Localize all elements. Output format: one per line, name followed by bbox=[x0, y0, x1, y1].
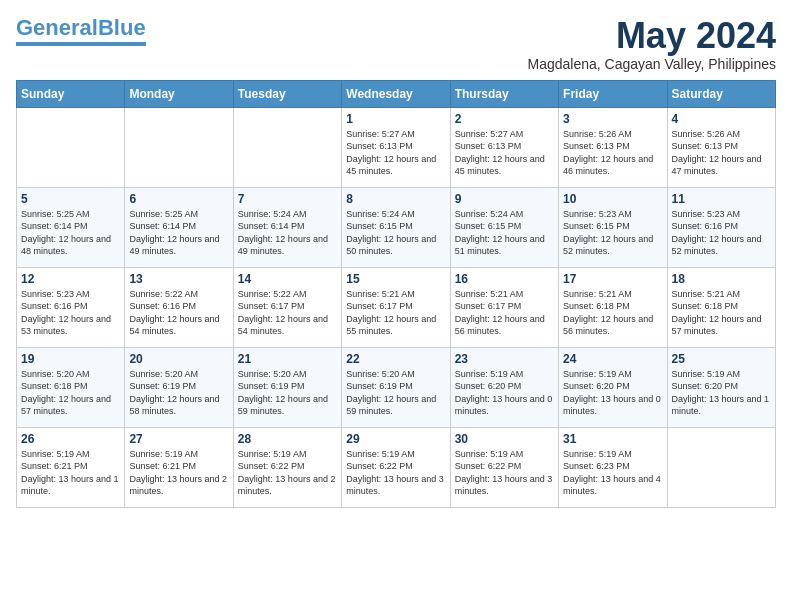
calendar-cell: 13Sunrise: 5:22 AM Sunset: 6:16 PM Dayli… bbox=[125, 267, 233, 347]
day-info: Sunrise: 5:25 AM Sunset: 6:14 PM Dayligh… bbox=[129, 208, 228, 258]
day-info: Sunrise: 5:19 AM Sunset: 6:23 PM Dayligh… bbox=[563, 448, 662, 498]
day-info: Sunrise: 5:21 AM Sunset: 6:18 PM Dayligh… bbox=[563, 288, 662, 338]
calendar-table: SundayMondayTuesdayWednesdayThursdayFrid… bbox=[16, 80, 776, 508]
calendar-cell: 17Sunrise: 5:21 AM Sunset: 6:18 PM Dayli… bbox=[559, 267, 667, 347]
weekday-header: Sunday bbox=[17, 80, 125, 107]
calendar-cell: 25Sunrise: 5:19 AM Sunset: 6:20 PM Dayli… bbox=[667, 347, 775, 427]
day-number: 26 bbox=[21, 432, 120, 446]
day-info: Sunrise: 5:27 AM Sunset: 6:13 PM Dayligh… bbox=[346, 128, 445, 178]
calendar-cell bbox=[125, 107, 233, 187]
logo-general: General bbox=[16, 15, 98, 40]
day-info: Sunrise: 5:23 AM Sunset: 6:16 PM Dayligh… bbox=[21, 288, 120, 338]
calendar-cell: 2Sunrise: 5:27 AM Sunset: 6:13 PM Daylig… bbox=[450, 107, 558, 187]
day-info: Sunrise: 5:20 AM Sunset: 6:18 PM Dayligh… bbox=[21, 368, 120, 418]
day-info: Sunrise: 5:20 AM Sunset: 6:19 PM Dayligh… bbox=[346, 368, 445, 418]
calendar-cell: 30Sunrise: 5:19 AM Sunset: 6:22 PM Dayli… bbox=[450, 427, 558, 507]
day-number: 20 bbox=[129, 352, 228, 366]
calendar-cell: 7Sunrise: 5:24 AM Sunset: 6:14 PM Daylig… bbox=[233, 187, 341, 267]
day-number: 14 bbox=[238, 272, 337, 286]
calendar-cell: 11Sunrise: 5:23 AM Sunset: 6:16 PM Dayli… bbox=[667, 187, 775, 267]
calendar-cell: 14Sunrise: 5:22 AM Sunset: 6:17 PM Dayli… bbox=[233, 267, 341, 347]
calendar-cell: 12Sunrise: 5:23 AM Sunset: 6:16 PM Dayli… bbox=[17, 267, 125, 347]
day-number: 29 bbox=[346, 432, 445, 446]
day-info: Sunrise: 5:26 AM Sunset: 6:13 PM Dayligh… bbox=[672, 128, 771, 178]
weekday-header-row: SundayMondayTuesdayWednesdayThursdayFrid… bbox=[17, 80, 776, 107]
calendar-cell: 31Sunrise: 5:19 AM Sunset: 6:23 PM Dayli… bbox=[559, 427, 667, 507]
day-info: Sunrise: 5:19 AM Sunset: 6:21 PM Dayligh… bbox=[21, 448, 120, 498]
calendar-cell bbox=[233, 107, 341, 187]
weekday-header: Tuesday bbox=[233, 80, 341, 107]
day-number: 5 bbox=[21, 192, 120, 206]
calendar-cell: 21Sunrise: 5:20 AM Sunset: 6:19 PM Dayli… bbox=[233, 347, 341, 427]
day-info: Sunrise: 5:24 AM Sunset: 6:15 PM Dayligh… bbox=[346, 208, 445, 258]
calendar-cell: 18Sunrise: 5:21 AM Sunset: 6:18 PM Dayli… bbox=[667, 267, 775, 347]
day-number: 16 bbox=[455, 272, 554, 286]
calendar-cell: 10Sunrise: 5:23 AM Sunset: 6:15 PM Dayli… bbox=[559, 187, 667, 267]
day-number: 24 bbox=[563, 352, 662, 366]
calendar-cell: 16Sunrise: 5:21 AM Sunset: 6:17 PM Dayli… bbox=[450, 267, 558, 347]
weekday-header: Monday bbox=[125, 80, 233, 107]
day-number: 15 bbox=[346, 272, 445, 286]
day-number: 13 bbox=[129, 272, 228, 286]
day-info: Sunrise: 5:25 AM Sunset: 6:14 PM Dayligh… bbox=[21, 208, 120, 258]
weekday-header: Friday bbox=[559, 80, 667, 107]
day-info: Sunrise: 5:21 AM Sunset: 6:17 PM Dayligh… bbox=[455, 288, 554, 338]
logo: GeneralBlue bbox=[16, 16, 146, 46]
calendar-cell: 4Sunrise: 5:26 AM Sunset: 6:13 PM Daylig… bbox=[667, 107, 775, 187]
day-number: 19 bbox=[21, 352, 120, 366]
calendar-cell bbox=[667, 427, 775, 507]
day-number: 23 bbox=[455, 352, 554, 366]
calendar-week-row: 1Sunrise: 5:27 AM Sunset: 6:13 PM Daylig… bbox=[17, 107, 776, 187]
calendar-cell: 15Sunrise: 5:21 AM Sunset: 6:17 PM Dayli… bbox=[342, 267, 450, 347]
day-number: 8 bbox=[346, 192, 445, 206]
calendar-cell: 26Sunrise: 5:19 AM Sunset: 6:21 PM Dayli… bbox=[17, 427, 125, 507]
day-info: Sunrise: 5:20 AM Sunset: 6:19 PM Dayligh… bbox=[129, 368, 228, 418]
calendar-cell: 8Sunrise: 5:24 AM Sunset: 6:15 PM Daylig… bbox=[342, 187, 450, 267]
day-number: 7 bbox=[238, 192, 337, 206]
weekday-header: Thursday bbox=[450, 80, 558, 107]
calendar-week-row: 26Sunrise: 5:19 AM Sunset: 6:21 PM Dayli… bbox=[17, 427, 776, 507]
day-number: 21 bbox=[238, 352, 337, 366]
day-info: Sunrise: 5:19 AM Sunset: 6:20 PM Dayligh… bbox=[672, 368, 771, 418]
day-number: 30 bbox=[455, 432, 554, 446]
day-info: Sunrise: 5:27 AM Sunset: 6:13 PM Dayligh… bbox=[455, 128, 554, 178]
day-info: Sunrise: 5:22 AM Sunset: 6:16 PM Dayligh… bbox=[129, 288, 228, 338]
day-info: Sunrise: 5:23 AM Sunset: 6:16 PM Dayligh… bbox=[672, 208, 771, 258]
day-info: Sunrise: 5:19 AM Sunset: 6:20 PM Dayligh… bbox=[563, 368, 662, 418]
day-number: 28 bbox=[238, 432, 337, 446]
calendar-cell bbox=[17, 107, 125, 187]
calendar-cell: 1Sunrise: 5:27 AM Sunset: 6:13 PM Daylig… bbox=[342, 107, 450, 187]
calendar-cell: 20Sunrise: 5:20 AM Sunset: 6:19 PM Dayli… bbox=[125, 347, 233, 427]
calendar-week-row: 19Sunrise: 5:20 AM Sunset: 6:18 PM Dayli… bbox=[17, 347, 776, 427]
day-number: 18 bbox=[672, 272, 771, 286]
day-number: 25 bbox=[672, 352, 771, 366]
calendar-cell: 19Sunrise: 5:20 AM Sunset: 6:18 PM Dayli… bbox=[17, 347, 125, 427]
title-block: May 2024 Magdalena, Cagayan Valley, Phil… bbox=[527, 16, 776, 72]
day-number: 22 bbox=[346, 352, 445, 366]
location: Magdalena, Cagayan Valley, Philippines bbox=[527, 56, 776, 72]
calendar-cell: 6Sunrise: 5:25 AM Sunset: 6:14 PM Daylig… bbox=[125, 187, 233, 267]
day-number: 6 bbox=[129, 192, 228, 206]
day-number: 4 bbox=[672, 112, 771, 126]
calendar-week-row: 12Sunrise: 5:23 AM Sunset: 6:16 PM Dayli… bbox=[17, 267, 776, 347]
calendar-cell: 27Sunrise: 5:19 AM Sunset: 6:21 PM Dayli… bbox=[125, 427, 233, 507]
day-number: 3 bbox=[563, 112, 662, 126]
day-info: Sunrise: 5:22 AM Sunset: 6:17 PM Dayligh… bbox=[238, 288, 337, 338]
day-info: Sunrise: 5:19 AM Sunset: 6:21 PM Dayligh… bbox=[129, 448, 228, 498]
day-info: Sunrise: 5:21 AM Sunset: 6:17 PM Dayligh… bbox=[346, 288, 445, 338]
calendar-cell: 3Sunrise: 5:26 AM Sunset: 6:13 PM Daylig… bbox=[559, 107, 667, 187]
calendar-cell: 23Sunrise: 5:19 AM Sunset: 6:20 PM Dayli… bbox=[450, 347, 558, 427]
day-info: Sunrise: 5:19 AM Sunset: 6:20 PM Dayligh… bbox=[455, 368, 554, 418]
page-header: GeneralBlue May 2024 Magdalena, Cagayan … bbox=[16, 16, 776, 72]
calendar-cell: 28Sunrise: 5:19 AM Sunset: 6:22 PM Dayli… bbox=[233, 427, 341, 507]
day-number: 27 bbox=[129, 432, 228, 446]
day-info: Sunrise: 5:19 AM Sunset: 6:22 PM Dayligh… bbox=[238, 448, 337, 498]
weekday-header: Saturday bbox=[667, 80, 775, 107]
calendar-cell: 29Sunrise: 5:19 AM Sunset: 6:22 PM Dayli… bbox=[342, 427, 450, 507]
calendar-cell: 24Sunrise: 5:19 AM Sunset: 6:20 PM Dayli… bbox=[559, 347, 667, 427]
day-number: 11 bbox=[672, 192, 771, 206]
day-number: 12 bbox=[21, 272, 120, 286]
day-number: 10 bbox=[563, 192, 662, 206]
day-number: 2 bbox=[455, 112, 554, 126]
calendar-cell: 5Sunrise: 5:25 AM Sunset: 6:14 PM Daylig… bbox=[17, 187, 125, 267]
